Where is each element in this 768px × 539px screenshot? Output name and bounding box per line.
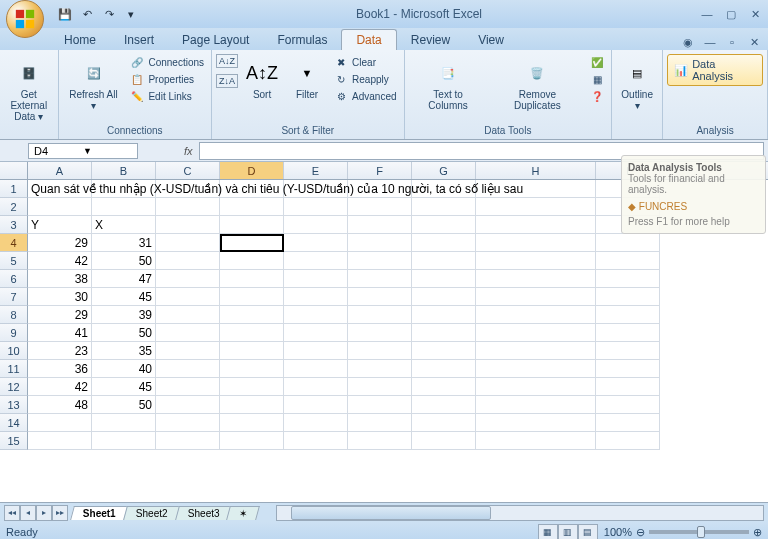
- cell-H4[interactable]: [476, 234, 596, 252]
- cell-G5[interactable]: [412, 252, 476, 270]
- zoom-slider[interactable]: [649, 530, 749, 534]
- cell-B12[interactable]: 45: [92, 378, 156, 396]
- cell-G3[interactable]: [412, 216, 476, 234]
- cell-A15[interactable]: [28, 432, 92, 450]
- cell-F3[interactable]: [348, 216, 412, 234]
- cell-F12[interactable]: [348, 378, 412, 396]
- cell-C14[interactable]: [156, 414, 220, 432]
- cell-G14[interactable]: [412, 414, 476, 432]
- cell-C8[interactable]: [156, 306, 220, 324]
- maximize-button[interactable]: ▢: [722, 6, 740, 22]
- cell-F11[interactable]: [348, 360, 412, 378]
- cell-B8[interactable]: 39: [92, 306, 156, 324]
- cell-B11[interactable]: 40: [92, 360, 156, 378]
- cell-I14[interactable]: [596, 414, 660, 432]
- cell-C13[interactable]: [156, 396, 220, 414]
- cell-G9[interactable]: [412, 324, 476, 342]
- cell-A6[interactable]: 38: [28, 270, 92, 288]
- sheet-nav-first[interactable]: ◂◂: [4, 505, 20, 521]
- cell-D4[interactable]: [220, 234, 284, 252]
- cell-I13[interactable]: [596, 396, 660, 414]
- cell-C3[interactable]: [156, 216, 220, 234]
- what-if-button[interactable]: ❓: [587, 88, 607, 104]
- cell-G6[interactable]: [412, 270, 476, 288]
- filter-button[interactable]: ▼ Filter: [286, 54, 328, 103]
- col-header-h[interactable]: H: [476, 162, 596, 179]
- view-layout-button[interactable]: ▥: [558, 524, 578, 539]
- data-validation-button[interactable]: ✅: [587, 54, 607, 70]
- cell-F4[interactable]: [348, 234, 412, 252]
- cell-H9[interactable]: [476, 324, 596, 342]
- cell-E6[interactable]: [284, 270, 348, 288]
- refresh-all-button[interactable]: 🔄 Refresh All ▾: [63, 54, 125, 114]
- cell-E15[interactable]: [284, 432, 348, 450]
- cell-A8[interactable]: 29: [28, 306, 92, 324]
- cell-C5[interactable]: [156, 252, 220, 270]
- cell-C6[interactable]: [156, 270, 220, 288]
- sheet-tab-3[interactable]: Sheet3: [175, 506, 232, 520]
- zoom-level[interactable]: 100%: [604, 526, 632, 538]
- row-header-11[interactable]: 11: [0, 360, 28, 378]
- cell-E8[interactable]: [284, 306, 348, 324]
- cell-E11[interactable]: [284, 360, 348, 378]
- cell-C9[interactable]: [156, 324, 220, 342]
- chevron-down-icon[interactable]: ▼: [83, 146, 132, 156]
- row-header-2[interactable]: 2: [0, 198, 28, 216]
- cell-C12[interactable]: [156, 378, 220, 396]
- col-header-g[interactable]: G: [412, 162, 476, 179]
- cell-D10[interactable]: [220, 342, 284, 360]
- minimize-button[interactable]: —: [698, 6, 716, 22]
- cell-H11[interactable]: [476, 360, 596, 378]
- col-header-d[interactable]: D: [220, 162, 284, 179]
- cell-D3[interactable]: [220, 216, 284, 234]
- cell-B2[interactable]: [92, 198, 156, 216]
- cell-H14[interactable]: [476, 414, 596, 432]
- cell-B14[interactable]: [92, 414, 156, 432]
- cell-A10[interactable]: 23: [28, 342, 92, 360]
- cell-B10[interactable]: 35: [92, 342, 156, 360]
- row-header-1[interactable]: 1: [0, 180, 28, 198]
- cell-F5[interactable]: [348, 252, 412, 270]
- view-pagebreak-button[interactable]: ▤: [578, 524, 598, 539]
- row-header-5[interactable]: 5: [0, 252, 28, 270]
- cell-E13[interactable]: [284, 396, 348, 414]
- cell-F13[interactable]: [348, 396, 412, 414]
- cell-I12[interactable]: [596, 378, 660, 396]
- cell-A4[interactable]: 29: [28, 234, 92, 252]
- cell-I5[interactable]: [596, 252, 660, 270]
- cell-I4[interactable]: [596, 234, 660, 252]
- cell-F10[interactable]: [348, 342, 412, 360]
- tab-home[interactable]: Home: [50, 30, 110, 50]
- row-header-3[interactable]: 3: [0, 216, 28, 234]
- cell-B13[interactable]: 50: [92, 396, 156, 414]
- view-normal-button[interactable]: ▦: [538, 524, 558, 539]
- cell-C10[interactable]: [156, 342, 220, 360]
- row-header-8[interactable]: 8: [0, 306, 28, 324]
- cell-E12[interactable]: [284, 378, 348, 396]
- tab-review[interactable]: Review: [397, 30, 464, 50]
- sheet-nav-next[interactable]: ▸: [36, 505, 52, 521]
- cell-G7[interactable]: [412, 288, 476, 306]
- cell-H13[interactable]: [476, 396, 596, 414]
- sort-az-button[interactable]: A↓Z: [216, 54, 238, 68]
- cell-D11[interactable]: [220, 360, 284, 378]
- row-header-14[interactable]: 14: [0, 414, 28, 432]
- cell-D2[interactable]: [220, 198, 284, 216]
- cell-F14[interactable]: [348, 414, 412, 432]
- name-box[interactable]: D4▼: [28, 143, 138, 159]
- tab-data[interactable]: Data: [341, 29, 396, 50]
- remove-duplicates-button[interactable]: 🗑️ Remove Duplicates: [491, 54, 585, 114]
- cell-C7[interactable]: [156, 288, 220, 306]
- cell-E3[interactable]: [284, 216, 348, 234]
- cell-H5[interactable]: [476, 252, 596, 270]
- select-all-corner[interactable]: [0, 162, 28, 179]
- cell-I8[interactable]: [596, 306, 660, 324]
- cell-D6[interactable]: [220, 270, 284, 288]
- cell-E9[interactable]: [284, 324, 348, 342]
- cell-D12[interactable]: [220, 378, 284, 396]
- fx-icon[interactable]: fx: [184, 145, 193, 157]
- cell-E2[interactable]: [284, 198, 348, 216]
- cell-D15[interactable]: [220, 432, 284, 450]
- new-sheet-button[interactable]: ✶: [226, 506, 260, 520]
- properties-button[interactable]: 📋Properties: [127, 71, 207, 87]
